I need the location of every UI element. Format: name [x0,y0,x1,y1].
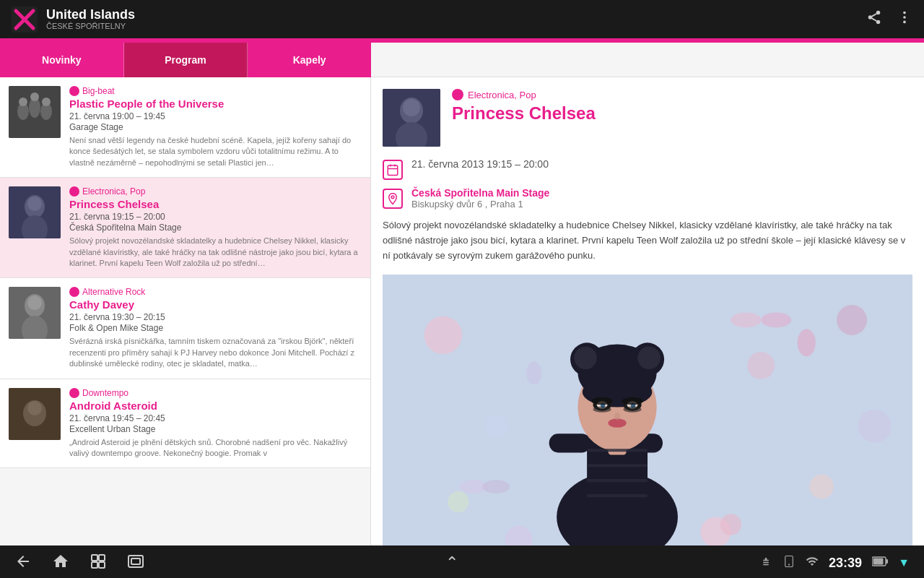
detail-description: Sólový projekt novozélandské skladatelky… [383,218,912,263]
left-panel: Big-beat Plastic People of the Universe … [0,77,371,545]
detail-thumbnail [383,89,440,147]
bottom-bar: ⌃ 23:39 ▼ [0,545,924,578]
tab-kapely[interactable]: Kapely [248,43,371,77]
genre-label: Alternative Rock [82,287,145,297]
item-thumbnail [9,388,61,440]
svg-point-61 [637,347,660,369]
detail-genre-label: Electronica, Pop [468,90,536,100]
item-info: Electronica, Pop Princess Chelsea 21. če… [69,186,362,269]
svg-rect-88 [131,558,140,564]
svg-point-70 [622,397,642,405]
svg-point-5 [876,20,881,24]
svg-point-47 [526,362,541,384]
item-description: „Android Asteroid je plnění dětských snů… [69,437,362,460]
svg-rect-77 [587,465,648,467]
right-panel: Electronica, Pop Princess Chelsea 21. če… [371,77,924,545]
svg-rect-33 [388,165,398,176]
genre-dot-icon [69,86,79,96]
svg-point-49 [761,313,791,328]
list-item[interactable]: Big-beat Plastic People of the Universe … [0,77,370,178]
bottom-status-right: 23:39 ▼ [759,555,910,571]
list-item[interactable]: Electronica, Pop Princess Chelsea 21. če… [0,178,370,278]
detail-meta: 21. června 2013 19:15 – 20:00 Česká Spoř… [383,158,912,210]
date-text: 21. června 2013 19:15 – 20:00 [411,158,549,170]
svg-rect-76 [587,449,648,452]
svg-rect-93 [886,559,888,564]
svg-point-81 [720,514,741,535]
item-title: Princess Chelsea [69,198,362,210]
top-bar: United Islands ČESKÉ SPOŘITELNY [0,0,924,40]
genre-tag: Big-beat [69,86,362,96]
item-description: Sólový projekt novozélandské skladatelky… [69,236,362,269]
svg-point-25 [27,296,42,310]
genre-tag: Alternative Rock [69,287,362,297]
svg-point-17 [42,98,51,106]
svg-point-48 [731,313,761,328]
svg-point-10 [903,21,906,24]
more-options-icon[interactable] [897,9,912,29]
svg-point-15 [19,98,27,106]
back-button[interactable] [14,553,32,574]
genre-label: Downtempo [82,388,128,398]
svg-point-51 [482,480,510,494]
tab-novinky[interactable]: Novinky [0,43,124,77]
genre-tag: Electronica, Pop [69,186,362,197]
svg-rect-86 [99,562,105,568]
item-description: Svérázná irská písničkářka, tamním tiske… [69,336,362,369]
genre-tag: Downtempo [69,388,362,398]
home-button[interactable] [52,553,69,574]
svg-point-72 [623,407,641,413]
svg-point-46 [798,329,816,357]
tab-bar: Novinky Program Kapely [0,43,371,77]
bottom-nav-left [14,553,144,574]
scroll-up-button[interactable]: ⌃ [445,553,458,572]
svg-rect-83 [92,555,97,561]
svg-point-32 [403,99,420,116]
venue-name[interactable]: Česká Spořitelna Main Stage [411,187,549,199]
item-title: Plastic People of the Universe [69,98,362,110]
venue-address: Biskupský dvůr 6 , Praha 1 [411,199,549,210]
svg-point-21 [27,197,42,211]
signal-icon [806,555,819,571]
item-description: Není snad větší legendy na české hudební… [69,135,362,168]
recent-apps-button[interactable] [90,553,107,574]
svg-point-41 [747,352,775,379]
item-info: Alternative Rock Cathy Davey 21. června … [69,287,362,369]
list-item[interactable]: Alternative Rock Cathy Davey 21. června … [0,278,370,379]
item-stage: Folk & Open Mike Stage [69,323,362,333]
svg-point-4 [868,15,873,20]
svg-point-9 [903,16,906,19]
genre-dot-icon [69,388,79,398]
share-icon[interactable] [866,9,882,29]
item-thumbnail [9,287,61,339]
genre-dot-icon [69,186,79,197]
item-date: 21. června 19:15 – 20:00 [69,212,362,222]
svg-point-39 [424,316,462,354]
item-date: 21. června 19:00 – 19:45 [69,111,362,121]
list-item[interactable]: Downtempo Android Asteroid 21. června 19… [0,379,370,469]
calendar-icon [383,160,403,180]
item-info: Big-beat Plastic People of the Universe … [69,86,362,168]
svg-point-28 [27,401,42,415]
logo-area: United Islands ČESKÉ SPOŘITELNY [12,7,866,33]
svg-point-74 [614,413,620,420]
main-content: Big-beat Plastic People of the Universe … [0,77,924,545]
date-value: 21. června 2013 19:15 – 20:00 [411,158,549,170]
tab-row: Novinky Program Kapely [0,43,924,77]
venue-text: Česká Spořitelna Main Stage Biskupský dv… [411,187,549,210]
app-title-block: United Islands ČESKÉ SPOŘITELNY [46,8,135,31]
screenshot-button[interactable] [127,553,144,574]
svg-point-40 [837,305,867,335]
svg-point-8 [903,12,906,14]
svg-rect-54 [549,434,591,453]
tab-program[interactable]: Program [124,43,248,77]
svg-point-3 [876,11,881,15]
item-date: 21. června 19:45 – 20:45 [69,413,362,423]
item-title: Cathy Davey [69,298,362,311]
svg-point-37 [391,196,394,199]
tab-right-space [371,43,924,77]
top-action-icons [866,9,912,29]
svg-point-71 [593,407,611,413]
svg-line-6 [872,18,876,21]
detail-info: Electronica, Pop Princess Chelsea [452,89,912,147]
